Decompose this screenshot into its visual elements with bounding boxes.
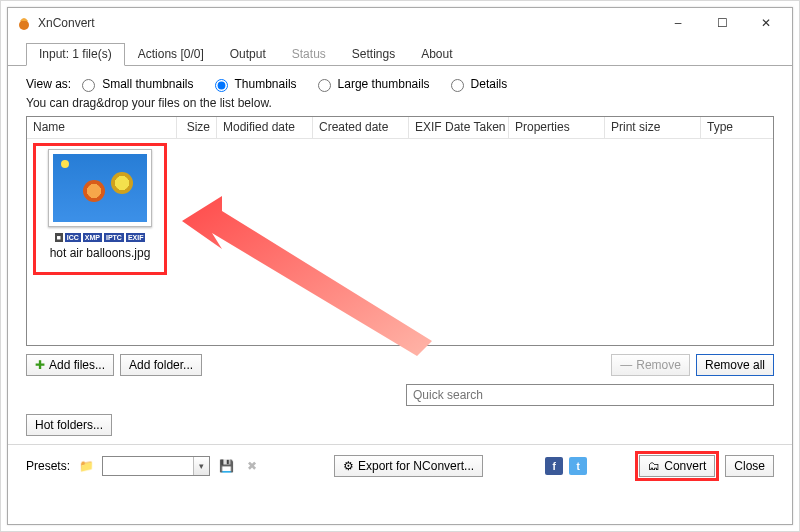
export-nconvert-button[interactable]: ⚙ Export for NConvert... <box>334 455 483 477</box>
drag-drop-hint: You can drag&drop your files on the list… <box>26 96 774 110</box>
remove-button[interactable]: — Remove <box>611 354 690 376</box>
view-as-row: View as: Small thumbnails Thumbnails Lar… <box>26 76 774 92</box>
col-name[interactable]: Name <box>27 117 177 139</box>
metadata-tags: ■ ICC XMP IPTC EXIF <box>39 233 161 242</box>
save-preset-button[interactable]: 💾 <box>216 456 236 476</box>
minimize-button[interactable]: – <box>656 9 700 37</box>
plus-icon: ✚ <box>35 358 45 372</box>
column-header: Name Size Modified date Created date EXI… <box>27 117 773 139</box>
thumbnail-area[interactable]: ■ ICC XMP IPTC EXIF hot air balloons.jpg <box>27 139 773 345</box>
convert-icon: 🗂 <box>648 459 660 473</box>
col-print[interactable]: Print size <box>605 117 701 139</box>
app-window: XnConvert – ☐ ✕ Input: 1 file(s) Actions… <box>7 7 793 525</box>
gear-icon: ⚙ <box>343 459 354 473</box>
maximize-button[interactable]: ☐ <box>700 9 744 37</box>
view-as-label: View as: <box>26 77 71 91</box>
tab-output[interactable]: Output <box>217 43 279 66</box>
tab-actions[interactable]: Actions [0/0] <box>125 43 217 66</box>
quick-search-input[interactable] <box>406 384 774 406</box>
view-details-radio[interactable]: Details <box>446 76 508 92</box>
minus-icon: — <box>620 358 632 372</box>
convert-highlight: 🗂 Convert <box>635 451 719 481</box>
svg-marker-1 <box>182 196 432 356</box>
convert-button[interactable]: 🗂 Convert <box>639 455 715 477</box>
thumbnail-image <box>53 154 147 222</box>
presets-combo[interactable]: ▾ <box>102 456 210 476</box>
svg-point-0 <box>19 20 29 30</box>
separator <box>8 444 792 445</box>
hot-folders-button[interactable]: Hot folders... <box>26 414 112 436</box>
file-thumbnail[interactable]: ■ ICC XMP IPTC EXIF hot air balloons.jpg <box>39 149 161 260</box>
remove-all-button[interactable]: Remove all <box>696 354 774 376</box>
col-created[interactable]: Created date <box>313 117 409 139</box>
add-folder-button[interactable]: Add folder... <box>120 354 202 376</box>
view-thumbs-radio[interactable]: Thumbnails <box>210 76 297 92</box>
add-files-button[interactable]: ✚ Add files... <box>26 354 114 376</box>
tab-status[interactable]: Status <box>279 43 339 66</box>
annotation-arrow <box>172 191 452 361</box>
titlebar: XnConvert – ☐ ✕ <box>8 8 792 38</box>
col-size[interactable]: Size <box>177 117 217 139</box>
facebook-button[interactable]: f <box>545 457 563 475</box>
col-modified[interactable]: Modified date <box>217 117 313 139</box>
close-button[interactable]: Close <box>725 455 774 477</box>
delete-preset-button[interactable]: ✖ <box>242 456 262 476</box>
file-name-label: hot air balloons.jpg <box>39 246 161 260</box>
app-icon <box>16 15 32 31</box>
tab-settings[interactable]: Settings <box>339 43 408 66</box>
quick-search <box>406 384 774 406</box>
close-window-button[interactable]: ✕ <box>744 9 788 37</box>
tab-input[interactable]: Input: 1 file(s) <box>26 43 125 66</box>
bottom-bar: Presets: 📁 ▾ 💾 ✖ ⚙ Export for NConvert..… <box>26 451 774 485</box>
tab-about[interactable]: About <box>408 43 465 66</box>
input-panel: View as: Small thumbnails Thumbnails Lar… <box>8 66 792 524</box>
col-properties[interactable]: Properties <box>509 117 605 139</box>
list-buttons-row: ✚ Add files... Add folder... — Remove Re… <box>26 354 774 376</box>
presets-label: Presets: <box>26 459 70 473</box>
thumbnail-frame <box>48 149 152 227</box>
folder-icon[interactable]: 📁 <box>76 456 96 476</box>
twitter-button[interactable]: t <box>569 457 587 475</box>
chevron-down-icon: ▾ <box>193 457 209 475</box>
col-exif[interactable]: EXIF Date Taken <box>409 117 509 139</box>
col-type[interactable]: Type <box>701 117 773 139</box>
window-title: XnConvert <box>38 16 656 30</box>
view-large-radio[interactable]: Large thumbnails <box>313 76 430 92</box>
file-listbox[interactable]: Name Size Modified date Created date EXI… <box>26 116 774 346</box>
tab-bar: Input: 1 file(s) Actions [0/0] Output St… <box>8 38 792 66</box>
view-small-radio[interactable]: Small thumbnails <box>77 76 193 92</box>
